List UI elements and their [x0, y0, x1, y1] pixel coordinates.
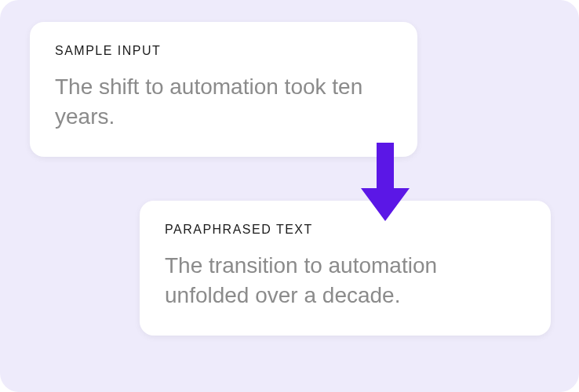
diagram-container: SAMPLE INPUT The shift to automation too… [0, 0, 579, 392]
input-card: SAMPLE INPUT The shift to automation too… [30, 22, 417, 157]
output-card: PARAPHRASED TEXT The transition to autom… [140, 201, 551, 336]
output-label: PARAPHRASED TEXT [165, 223, 526, 237]
output-text: The transition to automation unfolded ov… [165, 251, 526, 310]
input-text: The shift to automation took ten years. [55, 72, 392, 132]
arrow-down-icon [361, 143, 410, 224]
input-label: SAMPLE INPUT [55, 44, 392, 58]
